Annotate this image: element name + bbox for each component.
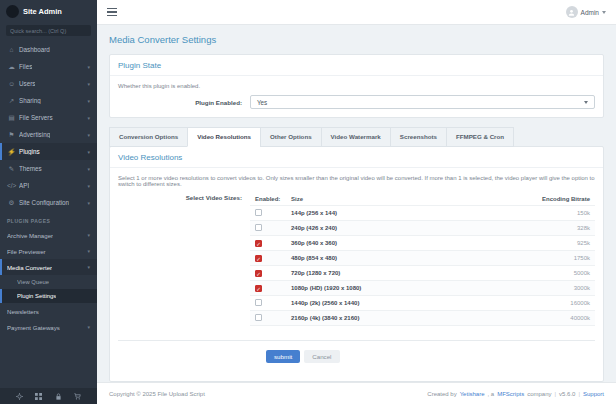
logo[interactable]: Site Admin: [0, 0, 97, 23]
row-enabled-checkbox[interactable]: [255, 224, 262, 231]
settings-tabs: Conversion Options Video Resolutions Oth…: [109, 127, 604, 147]
chevron-down-icon: ▾: [87, 149, 90, 155]
search-input[interactable]: [10, 28, 87, 34]
sidebar-item-view-queue[interactable]: View Queue: [0, 275, 97, 289]
topbar: Admin: [97, 0, 616, 25]
yetishare-link[interactable]: Yetishare: [460, 391, 485, 397]
app-window: Site Admin ⌂ Dashboard ☁ Files ▾ ☺ Users…: [0, 0, 616, 404]
chevron-down-icon: ▾: [87, 166, 90, 172]
table-row: ✓ 720p (1280 x 720) 5000k: [250, 266, 595, 281]
flag-icon: ⚑: [7, 131, 16, 139]
pencil-icon: ✎: [7, 165, 16, 173]
row-bitrate: 1750k: [518, 255, 590, 261]
main-area: Admin Media Converter Settings Plugin St…: [97, 0, 616, 404]
apps-grid-icon[interactable]: [35, 393, 42, 400]
sidebar-item-api[interactable]: </> API ▾: [0, 177, 97, 194]
sidebar-item-file-servers[interactable]: ▤ File Servers ▾: [0, 109, 97, 126]
row-enabled-checkbox[interactable]: ✓: [255, 270, 262, 277]
table-row: ✓ 1080p (HD) (1920 x 1080) 3000k: [250, 281, 595, 296]
page-footer: Copyright © 2025 File Upload Script Crea…: [97, 382, 616, 404]
row-bitrate: 328k: [518, 225, 590, 231]
row-enabled-checkbox[interactable]: [255, 314, 262, 321]
sidebar-item-site-configuration[interactable]: ⚙ Site Configuration ▾: [0, 194, 97, 211]
chevron-down-icon: ▾: [87, 264, 90, 270]
chevron-down-icon: ▾: [87, 132, 90, 138]
table-row: 1440p (2k) (2560 x 1440) 16000k: [250, 296, 595, 311]
sidebar-item-newsletters[interactable]: Newsletters: [0, 303, 97, 319]
gear-icon[interactable]: [16, 393, 23, 400]
chevron-down-icon: ▾: [87, 232, 90, 238]
mfscripts-link[interactable]: MFScripts: [497, 391, 524, 397]
column-enabled: Enabled:: [255, 196, 291, 202]
page-title: Media Converter Settings: [109, 34, 604, 45]
video-resolutions-description: Select 1 or more video resolutions to co…: [118, 174, 595, 193]
page-content: Media Converter Settings Plugin State Wh…: [97, 25, 616, 382]
sidebar: Site Admin ⌂ Dashboard ☁ Files ▾ ☺ Users…: [0, 0, 97, 404]
row-size: 1080p (HD) (1920 x 1080): [291, 285, 518, 291]
hamburger-menu-icon[interactable]: [107, 8, 117, 17]
chevron-down-icon: ▾: [87, 64, 90, 70]
cart-icon[interactable]: [74, 393, 81, 400]
row-bitrate: 3000k: [518, 285, 590, 291]
plugin-enabled-label: Plugin Enabled:: [118, 98, 250, 106]
table-row: 144p (256 x 144) 150k: [250, 206, 595, 221]
table-row: ✓ 480p (854 x 480) 1750k: [250, 251, 595, 266]
form-footer: submit Cancel: [118, 340, 595, 373]
tab-ffmpeg-cron[interactable]: FFMPEG & Cron: [446, 127, 514, 147]
support-link[interactable]: Support: [583, 391, 604, 397]
row-enabled-checkbox[interactable]: ✓: [255, 285, 262, 292]
logo-text: Site Admin: [23, 7, 62, 16]
row-size: 240p (426 x 240): [291, 225, 518, 231]
cancel-button[interactable]: Cancel: [304, 350, 339, 363]
plugin-enabled-select[interactable]: Yes: [250, 95, 595, 109]
lock-icon[interactable]: [55, 393, 62, 400]
sidebar-item-advertising[interactable]: ⚑ Advertising ▾: [0, 126, 97, 143]
sidebar-item-plugin-settings[interactable]: Plugin Settings: [0, 289, 97, 303]
sidebar-item-plugins[interactable]: ⚡ Plugins ▾: [0, 143, 97, 160]
submit-button[interactable]: submit: [266, 350, 300, 363]
video-sizes-table: Enabled: Size Encoding Bitrate 144p (256…: [250, 193, 595, 326]
plugin-state-heading: Plugin State: [110, 55, 603, 76]
row-size: 360p (640 x 360): [291, 240, 518, 246]
chevron-down-icon: [602, 11, 606, 14]
sidebar-item-media-converter[interactable]: Media Converter ▾: [0, 259, 97, 275]
row-size: 720p (1280 x 720): [291, 270, 518, 276]
video-resolutions-heading: Video Resolutions: [110, 147, 603, 168]
chevron-down-icon: ▾: [87, 324, 90, 330]
sidebar-item-files[interactable]: ☁ Files ▾: [0, 58, 97, 75]
tab-screenshots[interactable]: Screenshots: [390, 127, 447, 147]
plugin-state-card: Plugin State Whether this plugin is enab…: [109, 54, 604, 118]
sidebar-item-themes[interactable]: ✎ Themes ▾: [0, 160, 97, 177]
sidebar-item-users[interactable]: ☺ Users ▾: [0, 75, 97, 92]
sidebar-item-dashboard[interactable]: ⌂ Dashboard: [0, 41, 97, 58]
tab-conversion-options[interactable]: Conversion Options: [109, 127, 188, 147]
server-icon: ▤: [7, 114, 16, 122]
row-enabled-checkbox[interactable]: [255, 299, 262, 306]
row-enabled-checkbox[interactable]: ✓: [255, 255, 262, 262]
chevron-down-icon: ▾: [87, 81, 90, 87]
tab-video-watermark[interactable]: Video Watermark: [321, 127, 391, 147]
cloud-icon: ☁: [7, 63, 16, 71]
sidebar-item-file-previewer[interactable]: File Previewer ▾: [0, 243, 97, 259]
users-icon: ☺: [7, 80, 16, 87]
table-header-row: Enabled: Size Encoding Bitrate: [250, 193, 595, 206]
user-menu[interactable]: Admin: [566, 6, 606, 18]
user-label: Admin: [581, 9, 599, 16]
row-enabled-checkbox[interactable]: [255, 209, 262, 216]
tab-other-options[interactable]: Other Options: [260, 127, 322, 147]
gear-icon: ⚙: [7, 199, 16, 207]
tab-video-resolutions[interactable]: Video Resolutions: [187, 127, 261, 147]
footer-credits: Created by Yetishare, a MFScripts compan…: [427, 391, 604, 397]
column-size: Size: [291, 196, 518, 202]
row-bitrate: 40000k: [518, 315, 590, 321]
chevron-down-icon: ▾: [87, 98, 90, 104]
plugin-icon: ⚡: [7, 148, 16, 156]
chevron-down-icon: ▾: [87, 183, 90, 189]
sidebar-item-archive-manager[interactable]: Archive Manager ▾: [0, 227, 97, 243]
sidebar-item-sharing[interactable]: ↗ Sharing ▾: [0, 92, 97, 109]
avatar: [566, 6, 578, 18]
plugin-pages-section-label: PLUGIN PAGES: [0, 211, 97, 227]
share-icon: ↗: [7, 97, 16, 105]
sidebar-item-payment-gateways[interactable]: Payment Gateways ▾: [0, 319, 97, 335]
row-enabled-checkbox[interactable]: ✓: [255, 240, 262, 247]
